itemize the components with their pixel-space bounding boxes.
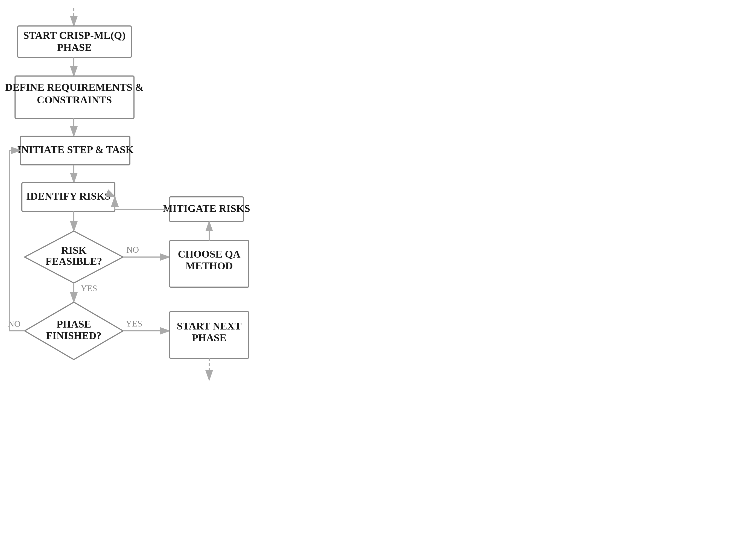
phase-finished-diamond: PHASE FINISHED? xyxy=(25,302,123,360)
define-box: DEFINE REQUIREMENTS & CONSTRAINTS xyxy=(5,76,144,119)
yes-label-phase: YES xyxy=(126,319,142,328)
identify-box: IDENTIFY RISKS xyxy=(22,183,115,211)
mitigate-box: MITIGATE RISKS xyxy=(163,197,250,222)
define-label2: CONSTRAINTS xyxy=(37,94,112,105)
choose-qa-box: CHOOSE QA METHOD xyxy=(170,240,249,287)
no-phase-back-arrow xyxy=(9,150,25,331)
define-label1: DEFINE REQUIREMENTS & xyxy=(5,81,144,93)
start-label2: PHASE xyxy=(57,42,92,53)
risk-feasible-diamond: RISK FEASIBLE? xyxy=(25,231,123,283)
choose-qa-label2: METHOD xyxy=(185,260,233,272)
arrow-mitigate-identify xyxy=(115,197,170,209)
phase-label2: FINISHED? xyxy=(46,330,102,341)
phase-label1: PHASE xyxy=(57,318,91,330)
start-box: START CRISP-ML(Q) PHASE xyxy=(18,26,131,57)
start-label: START CRISP-ML(Q) xyxy=(23,29,126,41)
no-label-risk: NO xyxy=(126,245,139,255)
initiate-box: INITIATE STEP & TASK xyxy=(17,136,134,165)
start-next-label1: START NEXT xyxy=(177,320,242,332)
initiate-label: INITIATE STEP & TASK xyxy=(17,144,134,155)
identify-label: IDENTIFY RISKS xyxy=(26,190,110,202)
risk-label1: RISK xyxy=(61,245,87,256)
yes-label-risk: YES xyxy=(81,283,97,293)
start-next-label2: PHASE xyxy=(192,332,227,343)
mitigate-to-identify-path xyxy=(115,197,169,209)
choose-qa-label1: CHOOSE QA xyxy=(178,248,241,260)
start-next-box: START NEXT PHASE xyxy=(170,312,249,358)
risk-label2: FEASIBLE? xyxy=(46,255,102,267)
mitigate-label: MITIGATE RISKS xyxy=(163,203,250,214)
